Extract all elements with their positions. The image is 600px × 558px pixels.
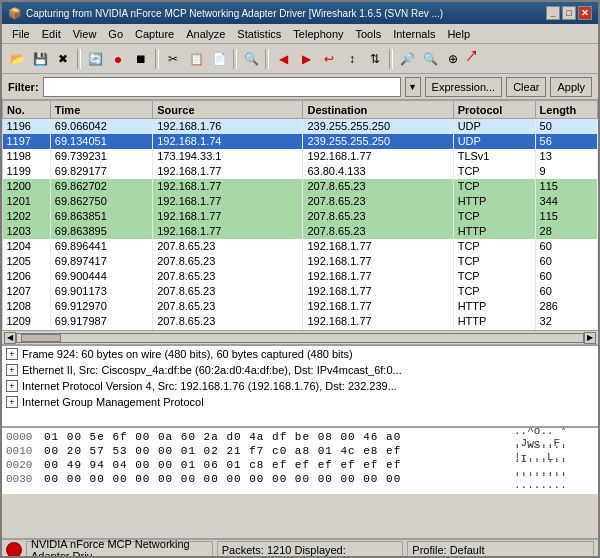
detail-row[interactable]: +Internet Protocol Version 4, Src: 192.1… (2, 378, 598, 394)
toolbar-next[interactable]: ▶ (295, 48, 317, 70)
toolbar-save[interactable]: 💾 (29, 48, 51, 70)
expand-icon[interactable]: + (6, 396, 18, 408)
table-cell: 69.912970 (50, 299, 152, 314)
minimize-button[interactable]: _ (546, 6, 560, 20)
table-row[interactable]: 120869.912970207.8.65.23192.168.1.77HTTP… (3, 299, 598, 314)
table-row[interactable]: 120669.900444207.8.65.23192.168.1.77TCP6… (3, 269, 598, 284)
table-cell: 69.901173 (50, 284, 152, 299)
table-cell: 239.255.255.250 (303, 134, 453, 149)
toolbar-sep-4 (265, 49, 269, 69)
table-row[interactable]: 120469.896441207.8.65.23192.168.1.77TCP6… (3, 239, 598, 254)
toolbar-zoom-out[interactable]: 🔍 (419, 48, 441, 70)
table-row[interactable]: 119769.134051192.168.1.74239.255.255.250… (3, 134, 598, 149)
table-cell: 192.168.1.77 (153, 164, 303, 179)
menu-bar: FileEditViewGoCaptureAnalyzeStatisticsTe… (2, 24, 598, 44)
hex-dump: 000001 00 5e 6f 00 0a 60 2a d0 4a df be … (2, 426, 598, 494)
table-cell: 207.8.65.23 (303, 209, 453, 224)
table-row[interactable]: 120969.917987207.8.65.23192.168.1.77HTTP… (3, 314, 598, 329)
table-cell: 69.896441 (50, 239, 152, 254)
toolbar-reload[interactable]: 🔄 (84, 48, 106, 70)
menu-item-tools[interactable]: Tools (350, 27, 388, 41)
menu-item-capture[interactable]: Capture (129, 27, 180, 41)
detail-row[interactable]: +Frame 924: 60 bytes on wire (480 bits),… (2, 346, 598, 362)
detail-row[interactable]: +Internet Group Management Protocol (2, 394, 598, 410)
toolbar-menu2[interactable]: ⇅ (364, 48, 386, 70)
table-row[interactable]: 120269.863851192.168.1.77207.8.65.23TCP1… (3, 209, 598, 224)
filter-bar: Filter: ▼ Expression... Clear Apply (2, 74, 598, 100)
expand-icon[interactable]: + (6, 380, 18, 392)
scroll-track[interactable] (16, 333, 584, 343)
table-row[interactable]: 120069.862702192.168.1.77207.8.65.23TCP1… (3, 179, 598, 194)
table-row[interactable]: 120169.862750192.168.1.77207.8.65.23HTTP… (3, 194, 598, 209)
toolbar-sep-3 (233, 49, 237, 69)
toolbar-back[interactable]: ✂ (162, 48, 184, 70)
menu-item-statistics[interactable]: Statistics (231, 27, 287, 41)
table-cell: 192.168.1.77 (303, 284, 453, 299)
table-cell: 192.168.1.77 (303, 269, 453, 284)
maximize-button[interactable]: □ (562, 6, 576, 20)
packet-list[interactable]: No. Time Source Destination Protocol Len… (2, 100, 598, 330)
toolbar-search[interactable]: 🔍 (240, 48, 262, 70)
table-cell: 1202 (3, 209, 51, 224)
scroll-right-button[interactable]: ▶ (584, 332, 596, 344)
toolbar-prev[interactable]: ◀ (272, 48, 294, 70)
menu-item-go[interactable]: Go (102, 27, 129, 41)
table-cell: 69.739231 (50, 149, 152, 164)
hex-row: 001000 20 57 53 00 00 01 02 21 f7 c0 a8 … (6, 444, 594, 458)
hex-row: 002000 49 94 04 00 00 01 06 01 c8 ef ef … (6, 458, 594, 472)
table-row[interactable]: 119969.829177192.168.1.7763.80.4.133TCP9 (3, 164, 598, 179)
expand-icon[interactable]: + (6, 348, 18, 360)
table-cell: 173.194.33.1 (153, 149, 303, 164)
table-cell: 192.168.1.77 (303, 314, 453, 329)
scroll-thumb[interactable] (21, 334, 61, 342)
table-cell: TCP (453, 329, 535, 331)
toolbar-copy[interactable]: 📋 (185, 48, 207, 70)
expand-icon[interactable]: + (6, 364, 18, 376)
table-row[interactable]: 119869.739231173.194.33.1192.168.1.77TLS… (3, 149, 598, 164)
menu-item-edit[interactable]: Edit (36, 27, 67, 41)
status-adapter: NVIDIA nForce MCP Networking Adapter Dri… (26, 541, 213, 558)
menu-item-telephony[interactable]: Telephony (287, 27, 349, 41)
scroll-left-button[interactable]: ◀ (4, 332, 16, 344)
table-cell: 69.940316 (50, 329, 152, 331)
detail-text: Internet Group Management Protocol (22, 396, 204, 408)
menu-item-analyze[interactable]: Analyze (180, 27, 231, 41)
capture-indicator (6, 542, 22, 558)
menu-item-help[interactable]: Help (441, 27, 476, 41)
table-row[interactable]: 120569.897417207.8.65.23192.168.1.77TCP6… (3, 254, 598, 269)
table-row[interactable]: 120769.901173207.8.65.23192.168.1.77TCP6… (3, 284, 598, 299)
menu-item-internals[interactable]: Internals (387, 27, 441, 41)
toolbar-capture[interactable]: ● (107, 48, 129, 70)
toolbar-jump[interactable]: ↩ (318, 48, 340, 70)
expression-button[interactable]: Expression... (425, 77, 503, 97)
menu-item-file[interactable]: File (6, 27, 36, 41)
toolbar-menu1[interactable]: ↕ (341, 48, 363, 70)
toolbar-close[interactable]: ✖ (52, 48, 74, 70)
table-row[interactable]: 121069.940316192.168.1.77173.194.33.1TCP… (3, 329, 598, 331)
filter-input[interactable] (43, 77, 401, 97)
hex-ascii: ........ ........ (514, 467, 594, 491)
clear-button[interactable]: Clear (506, 77, 546, 97)
apply-button[interactable]: Apply (550, 77, 592, 97)
title-text: Capturing from NVIDIA nForce MCP Network… (26, 8, 443, 19)
table-cell: 69.900444 (50, 269, 152, 284)
table-cell: 207.8.65.23 (153, 269, 303, 284)
table-row[interactable]: 119669.066042192.168.1.76239.255.255.250… (3, 119, 598, 134)
packets-text: Packets: 1210 Displayed: (222, 544, 346, 556)
table-cell: 192.168.1.77 (303, 299, 453, 314)
toolbar-open[interactable]: 📂 (6, 48, 28, 70)
close-button[interactable]: ✕ (578, 6, 592, 20)
table-row[interactable]: 120369.863895192.168.1.77207.8.65.23HTTP… (3, 224, 598, 239)
toolbar-paste[interactable]: 📄 (208, 48, 230, 70)
toolbar-stop[interactable]: ⏹ (130, 48, 152, 70)
hscrollbar[interactable]: ◀ ▶ (2, 330, 598, 344)
toolbar-zoom-in[interactable]: 🔎 (396, 48, 418, 70)
table-cell: 192.168.1.77 (303, 254, 453, 269)
table-cell: UDP (453, 119, 535, 134)
detail-row[interactable]: +Ethernet II, Src: Ciscospv_4a:df:be (60… (2, 362, 598, 378)
menu-item-view[interactable]: View (67, 27, 103, 41)
filter-dropdown-button[interactable]: ▼ (405, 77, 421, 97)
table-cell: 192.168.1.77 (153, 209, 303, 224)
table-cell: UDP (453, 134, 535, 149)
table-cell: 1199 (3, 164, 51, 179)
